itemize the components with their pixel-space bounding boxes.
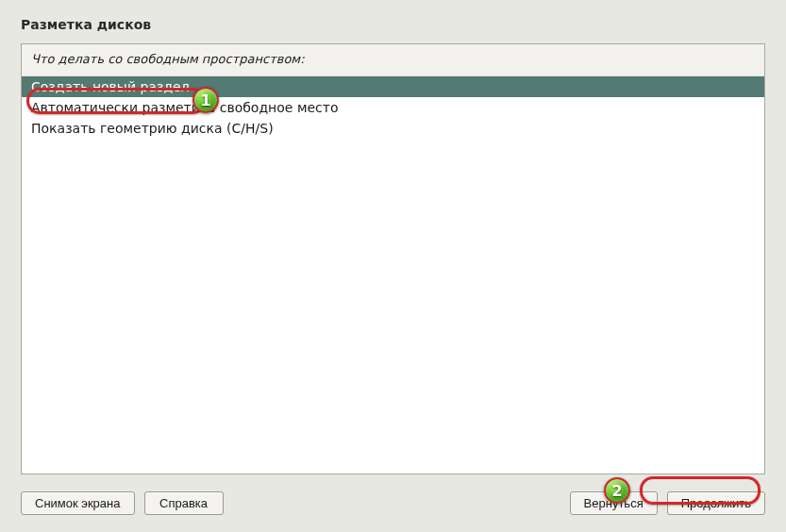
options-list: Создать новый раздел Автоматически разме… (22, 76, 764, 474)
prompt-text: Что делать со свободным пространством: (22, 44, 764, 76)
button-bar: Снимок экрана Справка Вернуться Продолжи… (0, 484, 786, 532)
option-auto-partition[interactable]: Автоматически разметить свободное место (22, 97, 764, 118)
help-button[interactable]: Справка (144, 491, 224, 515)
content-frame: Что делать со свободным пространством: С… (21, 43, 765, 474)
continue-button[interactable]: Продолжить (667, 491, 765, 515)
installer-window: Разметка дисков Что делать со свободным … (0, 0, 786, 532)
option-create-new-partition[interactable]: Создать новый раздел (22, 76, 764, 97)
option-show-geometry[interactable]: Показать геометрию диска (C/H/S) (22, 118, 764, 139)
back-button[interactable]: Вернуться (570, 491, 658, 515)
screenshot-button[interactable]: Снимок экрана (21, 491, 135, 515)
spacer (233, 491, 560, 515)
window-title: Разметка дисков (0, 0, 786, 43)
